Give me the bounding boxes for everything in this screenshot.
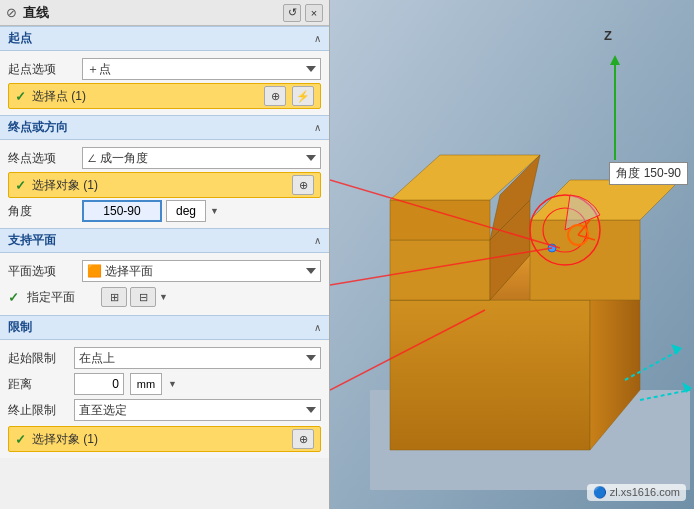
end-option-label: 终点选项 [8, 150, 78, 167]
section-support-plane[interactable]: 支持平面 ∧ [0, 228, 329, 253]
start-selected-label: 选择点 (1) [32, 88, 258, 105]
end-check-icon: ✓ [15, 178, 26, 193]
3d-scene-svg [330, 0, 694, 509]
section-start-content: 起点选项 ＋点 ✓ 选择点 (1) ⊕ ⚡ [0, 51, 329, 115]
limits-crosshair-button[interactable]: ⊕ [292, 429, 314, 449]
panel-body: 起点 ∧ 起点选项 ＋点 ✓ 选择点 (1) ⊕ ⚡ 终点或方向 ∧ [0, 26, 329, 509]
section-limits-content: 起始限制 在点上 距离 mm ▼ 终止限制 直至选定 ✓ [0, 340, 329, 458]
end-limit-label: 终止限制 [8, 402, 68, 419]
section-plane-content: 平面选项 🟧 选择平面 ✓ 指定平面 ⊞ ⊟ ▼ [0, 253, 329, 315]
end-limit-select[interactable]: 直至选定 [74, 399, 321, 421]
plane-option-control: 🟧 选择平面 [82, 260, 321, 282]
start-add-point-button[interactable]: ⊕ [264, 86, 286, 106]
start-option-select[interactable]: ＋点 [82, 58, 321, 80]
start-lightning-button[interactable]: ⚡ [292, 86, 314, 106]
start-option-label: 起点选项 [8, 61, 78, 78]
limits-check-icon: ✓ [15, 432, 26, 447]
section-plane-label: 支持平面 [8, 232, 56, 249]
chevron-plane-icon: ∧ [314, 235, 321, 246]
plane-btn1[interactable]: ⊞ [101, 287, 127, 307]
angle-input[interactable] [82, 200, 162, 222]
start-option-row: 起点选项 ＋点 [8, 57, 321, 81]
end-limit-row: 终止限制 直至选定 [8, 398, 321, 422]
3d-viewport[interactable]: Z 角度 150-90 🔵 zl.xs1616.com [330, 0, 694, 509]
start-option-control: ＋点 [82, 58, 321, 80]
close-button[interactable]: × [305, 4, 323, 22]
end-selected-label: 选择对象 (1) [32, 177, 286, 194]
panel-titlebar: ⊘ 直线 ↺ × [0, 0, 329, 26]
plane-option-label: 平面选项 [8, 263, 78, 280]
svg-marker-8 [390, 200, 490, 240]
plane-assign-control: ⊞ ⊟ ▼ [101, 287, 321, 307]
watermark-text: 🔵 zl.xs1616.com [593, 486, 680, 498]
section-end-label: 终点或方向 [8, 119, 68, 136]
end-option-row: 终点选项 ∠ 成一角度 [8, 146, 321, 170]
start-limit-label: 起始限制 [8, 350, 68, 367]
angle-label: 角度 [8, 203, 78, 220]
plane-btn2[interactable]: ⊟ [130, 287, 156, 307]
section-start-label: 起点 [8, 30, 32, 47]
plane-assign-row: ✓ 指定平面 ⊞ ⊟ ▼ [8, 285, 321, 309]
distance-dropdown-icon: ▼ [168, 379, 177, 389]
section-end-content: 终点选项 ∠ 成一角度 ✓ 选择对象 (1) ⊕ 角度 deg rad [0, 140, 329, 228]
start-selected-row: ✓ 选择点 (1) ⊕ ⚡ [8, 83, 321, 109]
start-limit-row: 起始限制 在点上 [8, 346, 321, 370]
start-check-icon: ✓ [15, 89, 26, 104]
reset-button[interactable]: ↺ [283, 4, 301, 22]
section-limits-label: 限制 [8, 319, 32, 336]
chevron-limits-icon: ∧ [314, 322, 321, 333]
end-crosshair-button[interactable]: ⊕ [292, 175, 314, 195]
watermark: 🔵 zl.xs1616.com [587, 484, 686, 501]
chevron-start-icon: ∧ [314, 33, 321, 44]
end-selected-row: ✓ 选择对象 (1) ⊕ [8, 172, 321, 198]
chevron-end-icon: ∧ [314, 122, 321, 133]
angle-unit-select[interactable]: deg rad [166, 200, 206, 222]
distance-unit-select[interactable]: mm [130, 373, 162, 395]
section-limits[interactable]: 限制 ∧ [0, 315, 329, 340]
plane-option-select[interactable]: 🟧 选择平面 [82, 260, 321, 282]
end-option-select[interactable]: ∠ 成一角度 [82, 147, 321, 169]
angle-dropdown-icon: ▼ [210, 206, 219, 216]
start-limit-select[interactable]: 在点上 [74, 347, 321, 369]
line-icon: ⊘ [6, 5, 17, 20]
limits-selected-row: ✓ 选择对象 (1) ⊕ [8, 426, 321, 452]
svg-marker-2 [390, 300, 590, 450]
section-end-direction[interactable]: 终点或方向 ∧ [0, 115, 329, 140]
end-option-control: ∠ 成一角度 [82, 147, 321, 169]
angle-tooltip-text: 角度 150-90 [616, 166, 681, 180]
left-panel: ⊘ 直线 ↺ × 起点 ∧ 起点选项 ＋点 ✓ 选择点 (1) [0, 0, 330, 509]
plane-dropdown-icon: ▼ [159, 292, 168, 302]
limits-selected-label: 选择对象 (1) [32, 431, 286, 448]
plane-assign-label: 指定平面 [27, 289, 97, 306]
angle-row: 角度 deg rad ▼ [8, 200, 321, 222]
angle-tooltip: 角度 150-90 [609, 162, 688, 185]
distance-label: 距离 [8, 376, 68, 393]
plane-check-icon: ✓ [8, 290, 19, 305]
titlebar-buttons: ↺ × [283, 4, 323, 22]
distance-row: 距离 mm ▼ [8, 372, 321, 396]
section-start-point[interactable]: 起点 ∧ [0, 26, 329, 51]
distance-input[interactable] [74, 373, 124, 395]
svg-marker-6 [390, 240, 490, 300]
panel-title: 直线 [23, 4, 277, 22]
plane-option-row: 平面选项 🟧 选择平面 [8, 259, 321, 283]
z-axis-label: Z [604, 28, 612, 43]
